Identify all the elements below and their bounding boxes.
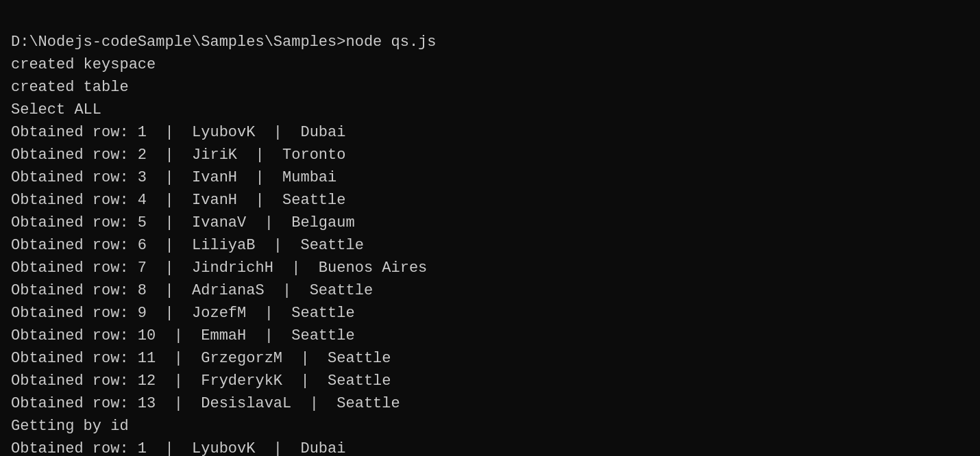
terminal-line-4: Obtained row: 1 | LyubovK | Dubai — [11, 121, 969, 144]
terminal-line-2: created table — [11, 76, 969, 99]
terminal-line-18: Obtained row: 1 | LyubovK | Dubai — [11, 438, 969, 456]
terminal-line-16: Obtained row: 13 | DesislavaL | Seattle — [11, 392, 969, 415]
terminal-line-13: Obtained row: 10 | EmmaH | Seattle — [11, 325, 969, 347]
terminal-window[interactable]: D:\Nodejs-codeSample\Samples\Samples>nod… — [0, 0, 980, 456]
terminal-line-11: Obtained row: 8 | AdrianaS | Seattle — [11, 279, 969, 302]
terminal-line-6: Obtained row: 3 | IvanH | Mumbai — [11, 166, 969, 189]
terminal-line-3: Select ALL — [11, 99, 969, 121]
terminal-line-7: Obtained row: 4 | IvanH | Seattle — [11, 189, 969, 212]
terminal-line-17: Getting by id — [11, 415, 969, 438]
terminal-line-10: Obtained row: 7 | JindrichH | Buenos Air… — [11, 257, 969, 279]
terminal-line-5: Obtained row: 2 | JiriK | Toronto — [11, 144, 969, 166]
terminal-line-12: Obtained row: 9 | JozefM | Seattle — [11, 302, 969, 325]
terminal-line-1: created keyspace — [11, 53, 969, 76]
terminal-line-15: Obtained row: 12 | FryderykK | Seattle — [11, 370, 969, 392]
terminal-line-14: Obtained row: 11 | GrzegorzM | Seattle — [11, 347, 969, 370]
terminal-line-8: Obtained row: 5 | IvanaV | Belgaum — [11, 212, 969, 234]
terminal-line-9: Obtained row: 6 | LiliyaB | Seattle — [11, 234, 969, 257]
terminal-line-0: D:\Nodejs-codeSample\Samples\Samples>nod… — [11, 31, 969, 53]
